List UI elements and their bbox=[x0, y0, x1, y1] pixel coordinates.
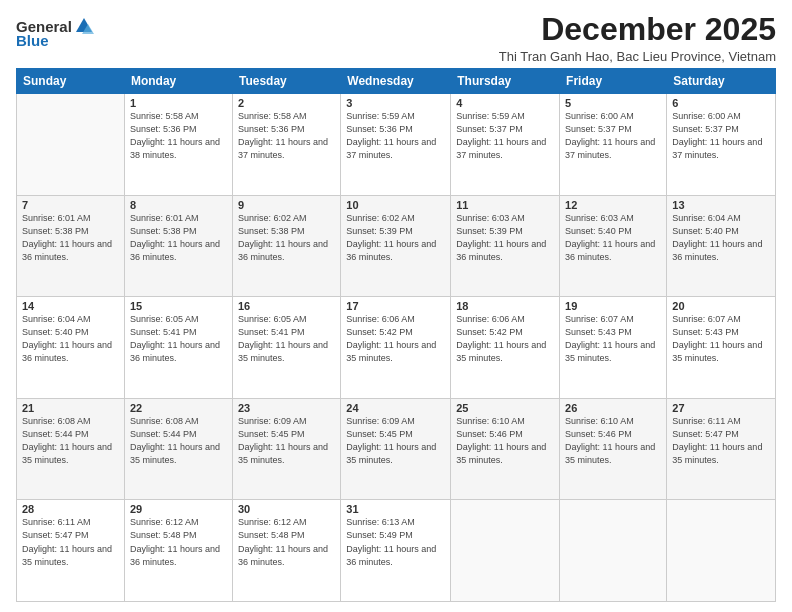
header: General Blue December 2025 Thi Tran Ganh… bbox=[16, 12, 776, 64]
day-detail: Sunrise: 6:00 AMSunset: 5:37 PMDaylight:… bbox=[672, 111, 762, 160]
day-cell: 23 Sunrise: 6:09 AMSunset: 5:45 PMDaylig… bbox=[232, 398, 340, 500]
day-detail: Sunrise: 6:06 AMSunset: 5:42 PMDaylight:… bbox=[456, 314, 546, 363]
day-number: 7 bbox=[22, 199, 119, 211]
day-cell: 18 Sunrise: 6:06 AMSunset: 5:42 PMDaylig… bbox=[451, 297, 560, 399]
day-cell: 17 Sunrise: 6:06 AMSunset: 5:42 PMDaylig… bbox=[341, 297, 451, 399]
day-number: 19 bbox=[565, 300, 661, 312]
day-number: 29 bbox=[130, 503, 227, 515]
day-cell: 8 Sunrise: 6:01 AMSunset: 5:38 PMDayligh… bbox=[124, 195, 232, 297]
day-detail: Sunrise: 6:12 AMSunset: 5:48 PMDaylight:… bbox=[238, 517, 328, 566]
month-title: December 2025 bbox=[499, 12, 776, 47]
day-detail: Sunrise: 6:08 AMSunset: 5:44 PMDaylight:… bbox=[130, 416, 220, 465]
day-cell: 11 Sunrise: 6:03 AMSunset: 5:39 PMDaylig… bbox=[451, 195, 560, 297]
logo: General Blue bbox=[16, 16, 94, 49]
day-detail: Sunrise: 5:59 AMSunset: 5:37 PMDaylight:… bbox=[456, 111, 546, 160]
day-number: 17 bbox=[346, 300, 445, 312]
day-cell bbox=[667, 500, 776, 602]
day-number: 21 bbox=[22, 402, 119, 414]
day-detail: Sunrise: 6:03 AMSunset: 5:39 PMDaylight:… bbox=[456, 213, 546, 262]
day-detail: Sunrise: 6:06 AMSunset: 5:42 PMDaylight:… bbox=[346, 314, 436, 363]
day-number: 2 bbox=[238, 97, 335, 109]
day-cell: 10 Sunrise: 6:02 AMSunset: 5:39 PMDaylig… bbox=[341, 195, 451, 297]
subtitle: Thi Tran Ganh Hao, Bac Lieu Province, Vi… bbox=[499, 49, 776, 64]
day-cell: 31 Sunrise: 6:13 AMSunset: 5:49 PMDaylig… bbox=[341, 500, 451, 602]
day-detail: Sunrise: 6:05 AMSunset: 5:41 PMDaylight:… bbox=[130, 314, 220, 363]
day-detail: Sunrise: 6:02 AMSunset: 5:39 PMDaylight:… bbox=[346, 213, 436, 262]
day-cell: 30 Sunrise: 6:12 AMSunset: 5:48 PMDaylig… bbox=[232, 500, 340, 602]
day-detail: Sunrise: 6:07 AMSunset: 5:43 PMDaylight:… bbox=[672, 314, 762, 363]
day-cell: 12 Sunrise: 6:03 AMSunset: 5:40 PMDaylig… bbox=[560, 195, 667, 297]
day-detail: Sunrise: 6:01 AMSunset: 5:38 PMDaylight:… bbox=[130, 213, 220, 262]
day-number: 18 bbox=[456, 300, 554, 312]
week-row-2: 7 Sunrise: 6:01 AMSunset: 5:38 PMDayligh… bbox=[17, 195, 776, 297]
day-cell: 24 Sunrise: 6:09 AMSunset: 5:45 PMDaylig… bbox=[341, 398, 451, 500]
day-detail: Sunrise: 6:01 AMSunset: 5:38 PMDaylight:… bbox=[22, 213, 112, 262]
day-detail: Sunrise: 6:05 AMSunset: 5:41 PMDaylight:… bbox=[238, 314, 328, 363]
day-cell: 14 Sunrise: 6:04 AMSunset: 5:40 PMDaylig… bbox=[17, 297, 125, 399]
day-number: 28 bbox=[22, 503, 119, 515]
day-number: 3 bbox=[346, 97, 445, 109]
col-sunday: Sunday bbox=[17, 69, 125, 94]
day-number: 8 bbox=[130, 199, 227, 211]
day-number: 14 bbox=[22, 300, 119, 312]
day-cell: 27 Sunrise: 6:11 AMSunset: 5:47 PMDaylig… bbox=[667, 398, 776, 500]
day-detail: Sunrise: 6:08 AMSunset: 5:44 PMDaylight:… bbox=[22, 416, 112, 465]
week-row-1: 1 Sunrise: 5:58 AMSunset: 5:36 PMDayligh… bbox=[17, 94, 776, 196]
day-cell: 2 Sunrise: 5:58 AMSunset: 5:36 PMDayligh… bbox=[232, 94, 340, 196]
day-number: 15 bbox=[130, 300, 227, 312]
col-wednesday: Wednesday bbox=[341, 69, 451, 94]
week-row-5: 28 Sunrise: 6:11 AMSunset: 5:47 PMDaylig… bbox=[17, 500, 776, 602]
day-cell: 21 Sunrise: 6:08 AMSunset: 5:44 PMDaylig… bbox=[17, 398, 125, 500]
week-row-4: 21 Sunrise: 6:08 AMSunset: 5:44 PMDaylig… bbox=[17, 398, 776, 500]
logo-blue: Blue bbox=[16, 32, 49, 49]
day-number: 23 bbox=[238, 402, 335, 414]
day-cell: 9 Sunrise: 6:02 AMSunset: 5:38 PMDayligh… bbox=[232, 195, 340, 297]
title-block: December 2025 Thi Tran Ganh Hao, Bac Lie… bbox=[499, 12, 776, 64]
day-detail: Sunrise: 6:07 AMSunset: 5:43 PMDaylight:… bbox=[565, 314, 655, 363]
header-row: Sunday Monday Tuesday Wednesday Thursday… bbox=[17, 69, 776, 94]
day-number: 25 bbox=[456, 402, 554, 414]
day-cell: 7 Sunrise: 6:01 AMSunset: 5:38 PMDayligh… bbox=[17, 195, 125, 297]
day-cell: 4 Sunrise: 5:59 AMSunset: 5:37 PMDayligh… bbox=[451, 94, 560, 196]
day-number: 20 bbox=[672, 300, 770, 312]
day-detail: Sunrise: 6:13 AMSunset: 5:49 PMDaylight:… bbox=[346, 517, 436, 566]
day-cell: 13 Sunrise: 6:04 AMSunset: 5:40 PMDaylig… bbox=[667, 195, 776, 297]
day-number: 31 bbox=[346, 503, 445, 515]
day-cell: 22 Sunrise: 6:08 AMSunset: 5:44 PMDaylig… bbox=[124, 398, 232, 500]
week-row-3: 14 Sunrise: 6:04 AMSunset: 5:40 PMDaylig… bbox=[17, 297, 776, 399]
day-cell: 16 Sunrise: 6:05 AMSunset: 5:41 PMDaylig… bbox=[232, 297, 340, 399]
day-detail: Sunrise: 5:58 AMSunset: 5:36 PMDaylight:… bbox=[130, 111, 220, 160]
day-number: 13 bbox=[672, 199, 770, 211]
day-number: 6 bbox=[672, 97, 770, 109]
day-detail: Sunrise: 6:09 AMSunset: 5:45 PMDaylight:… bbox=[346, 416, 436, 465]
day-detail: Sunrise: 5:58 AMSunset: 5:36 PMDaylight:… bbox=[238, 111, 328, 160]
day-number: 9 bbox=[238, 199, 335, 211]
day-cell: 25 Sunrise: 6:10 AMSunset: 5:46 PMDaylig… bbox=[451, 398, 560, 500]
col-thursday: Thursday bbox=[451, 69, 560, 94]
day-detail: Sunrise: 6:03 AMSunset: 5:40 PMDaylight:… bbox=[565, 213, 655, 262]
day-number: 16 bbox=[238, 300, 335, 312]
col-tuesday: Tuesday bbox=[232, 69, 340, 94]
day-cell: 5 Sunrise: 6:00 AMSunset: 5:37 PMDayligh… bbox=[560, 94, 667, 196]
day-number: 27 bbox=[672, 402, 770, 414]
day-cell: 19 Sunrise: 6:07 AMSunset: 5:43 PMDaylig… bbox=[560, 297, 667, 399]
day-cell bbox=[560, 500, 667, 602]
day-number: 30 bbox=[238, 503, 335, 515]
day-detail: Sunrise: 6:00 AMSunset: 5:37 PMDaylight:… bbox=[565, 111, 655, 160]
day-detail: Sunrise: 6:10 AMSunset: 5:46 PMDaylight:… bbox=[565, 416, 655, 465]
day-cell bbox=[17, 94, 125, 196]
day-number: 12 bbox=[565, 199, 661, 211]
day-number: 1 bbox=[130, 97, 227, 109]
calendar-table: Sunday Monday Tuesday Wednesday Thursday… bbox=[16, 68, 776, 602]
day-cell: 26 Sunrise: 6:10 AMSunset: 5:46 PMDaylig… bbox=[560, 398, 667, 500]
day-detail: Sunrise: 6:10 AMSunset: 5:46 PMDaylight:… bbox=[456, 416, 546, 465]
day-detail: Sunrise: 6:04 AMSunset: 5:40 PMDaylight:… bbox=[672, 213, 762, 262]
day-cell: 1 Sunrise: 5:58 AMSunset: 5:36 PMDayligh… bbox=[124, 94, 232, 196]
day-cell: 3 Sunrise: 5:59 AMSunset: 5:36 PMDayligh… bbox=[341, 94, 451, 196]
col-saturday: Saturday bbox=[667, 69, 776, 94]
page: General Blue December 2025 Thi Tran Ganh… bbox=[0, 0, 792, 612]
day-number: 10 bbox=[346, 199, 445, 211]
day-cell: 28 Sunrise: 6:11 AMSunset: 5:47 PMDaylig… bbox=[17, 500, 125, 602]
day-detail: Sunrise: 6:09 AMSunset: 5:45 PMDaylight:… bbox=[238, 416, 328, 465]
day-detail: Sunrise: 6:02 AMSunset: 5:38 PMDaylight:… bbox=[238, 213, 328, 262]
